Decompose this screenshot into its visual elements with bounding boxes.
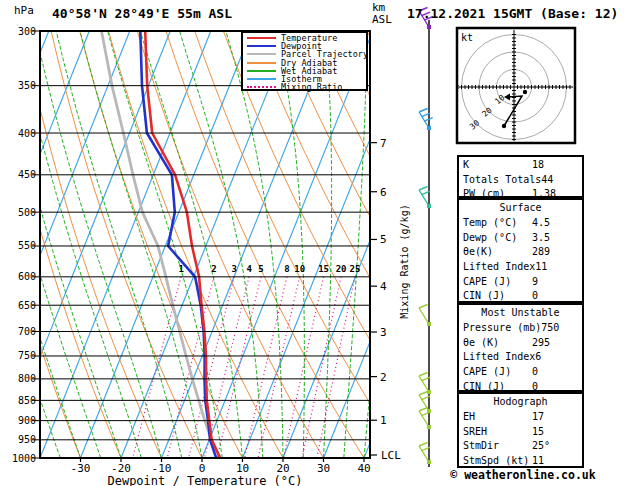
wind-barb-feather [419, 408, 428, 412]
surface-panel-title: Surface [459, 200, 582, 215]
hodograph-dot [502, 124, 506, 128]
wind-barb-feather [419, 187, 428, 191]
pressure-tick-label: 300 [18, 26, 36, 37]
stat-row: SREH15 [459, 424, 582, 439]
dry-adiabat-line [223, 31, 445, 458]
wind-barb-shaft [419, 308, 429, 324]
wet-adiabat-line [226, 31, 283, 458]
pressure-unit-label: hPa [14, 4, 34, 17]
wet-adiabat-swatch [247, 70, 276, 72]
stat-row: Totals Totals44 [459, 172, 582, 187]
km-tick-label: 1 [380, 414, 387, 427]
indices-panel: K18 Totals Totals44 PW (cm)1.38 [457, 155, 584, 198]
mixing-ratio-value-label: 2 [211, 264, 216, 274]
legend: Temperature Dewpoint Parcel Trajectory D… [241, 31, 368, 91]
stat-row: CAPE (J)0 [459, 364, 582, 379]
temp-axis-title: Dewpoint / Temperature (°C) [40, 474, 370, 486]
stat-row: EH17 [459, 409, 582, 424]
mixing-ratio-value-label: 20 [336, 264, 347, 274]
temperature-swatch [247, 37, 276, 39]
hodograph-dot [523, 90, 527, 94]
station-title: 40°58'N 28°49'E 55m ASL [52, 6, 232, 21]
pressure-tick-label: 850 [18, 395, 36, 406]
stat-row: CAPE (J)9 [459, 274, 582, 289]
pressure-tick-label: 900 [18, 415, 36, 426]
surface-panel: Surface Temp (°C)4.5 Dewp (°C)3.5 θe(K)2… [457, 198, 584, 303]
km-tick-label: 4 [380, 280, 387, 293]
dewpoint-swatch [247, 45, 276, 47]
mixing-ratio-value-label: 10 [294, 264, 305, 274]
hodograph-panel: Hodograph EH17 SREH15 StmDir25° StmSpd (… [457, 392, 584, 468]
stat-row: CIN (J)0 [459, 288, 582, 303]
stat-row: Dewp (°C)3.5 [459, 230, 582, 245]
legend-item: Mixing Ratio [243, 83, 366, 91]
isotherm-line [81, 31, 252, 458]
km-axis-unit: km ASL [372, 2, 392, 26]
hodograph-panel-title: Hodograph [459, 394, 582, 409]
stat-row: θe(K)289 [459, 244, 582, 259]
mixing-ratio-value-label: 1 [178, 264, 183, 274]
km-tick-label: 2 [380, 371, 387, 384]
mixing-ratio-swatch [247, 86, 276, 88]
wind-barb-feather [419, 392, 428, 396]
pressure-tick-label: 650 [18, 300, 36, 311]
mixing-ratio-value-label: 15 [318, 264, 329, 274]
stat-row: StmSpd (kt)11 [459, 453, 582, 468]
parcel-trajectory-curve [102, 31, 221, 458]
mixing-ratio-value-label: 3 [231, 264, 236, 274]
stat-row: Pressure (mb)750 [459, 320, 582, 335]
wind-barb-feather [419, 109, 428, 113]
pressure-tick-label: 500 [18, 207, 36, 218]
km-tick-label: 6 [380, 186, 387, 199]
stat-row: Lifted Index6 [459, 349, 582, 364]
pressure-tick-label: 700 [18, 326, 36, 337]
hodograph-unit-label: kt [461, 32, 473, 43]
pressure-tick-label: 550 [18, 240, 36, 251]
stat-row: K18 [459, 157, 582, 172]
isotherm-line [40, 31, 211, 458]
most-unstable-panel-title: Most Unstable [459, 305, 582, 320]
pressure-tick-label: 400 [18, 128, 36, 139]
pressure-tick-label: 600 [18, 271, 36, 282]
km-tick-label: 5 [380, 233, 387, 246]
dry-adiabat-line [22, 31, 161, 458]
stat-row: θe (K)295 [459, 335, 582, 350]
pressure-tick-label: 750 [18, 350, 36, 361]
dry-adiabat-swatch [247, 62, 276, 64]
stat-row: StmDir25° [459, 438, 582, 453]
mixing-ratio-value-label: 25 [349, 264, 360, 274]
km-tick-label: 7 [380, 137, 387, 150]
datetime-title: 17.12.2021 15GMT (Base: 12) [407, 6, 618, 21]
pressure-tick-label: 350 [18, 80, 36, 91]
parcel-swatch [247, 53, 276, 55]
pressure-tick-label: 950 [18, 434, 36, 445]
mixing-ratio-value-label: 8 [284, 264, 289, 274]
isotherm-swatch [247, 78, 276, 80]
stat-row: Lifted Index11 [459, 259, 582, 274]
wet-adiabat-line [277, 31, 305, 458]
wind-barb-feather [419, 305, 428, 309]
mixing-ratio-value-label: 5 [258, 264, 263, 274]
wind-barb-feather [419, 443, 428, 447]
isotherm-line [0, 31, 8, 458]
mixing-ratio-value-label: 4 [246, 264, 252, 274]
skewt-sounding-app: 1234581015202530035040045050055060065070… [0, 0, 629, 486]
pressure-tick-label: 450 [18, 169, 36, 180]
most-unstable-panel: Most Unstable Pressure (mb)750 θe (K)295… [457, 303, 584, 392]
isotherm-line [162, 31, 333, 458]
km-tick-label: 3 [380, 326, 387, 339]
isotherm-line [243, 31, 414, 458]
wind-barb-feather [419, 373, 428, 377]
credit: © weatheronline.co.uk [443, 468, 603, 482]
stat-row: Temp (°C)4.5 [459, 215, 582, 230]
lcl-label: LCL [381, 449, 401, 462]
pressure-tick-label: 800 [18, 373, 36, 384]
mixing-ratio-axis-title: Mixing Ratio (g/kg) [399, 182, 410, 342]
pressure-tick-label: 1000 [12, 453, 36, 464]
wet-adiabat-line [56, 31, 182, 458]
